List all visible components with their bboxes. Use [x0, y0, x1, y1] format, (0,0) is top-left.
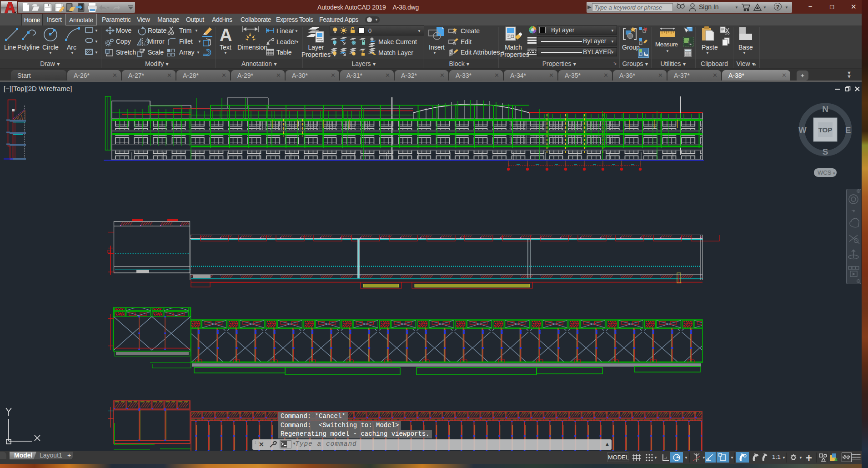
svg-text:E: E [845, 125, 851, 135]
svg-text:S: S [823, 147, 828, 156]
svg-text:N: N [822, 104, 828, 114]
svg-text:0: 0 [368, 27, 371, 34]
svg-text:TOP: TOP [818, 126, 833, 134]
svg-text:W: W [798, 125, 807, 135]
